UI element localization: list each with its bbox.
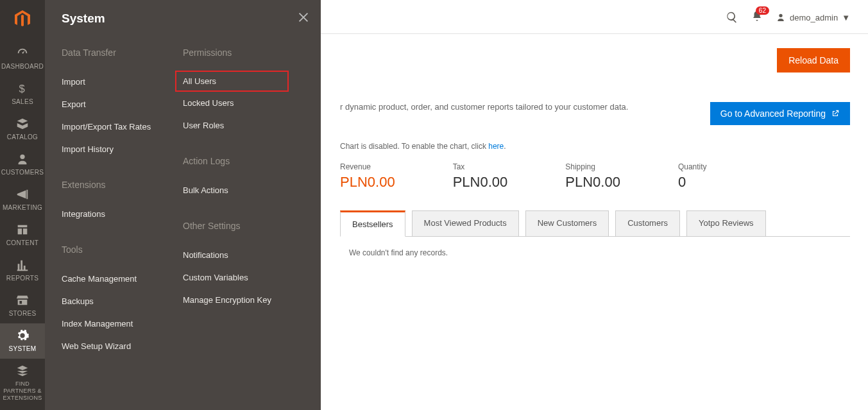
tab-customers[interactable]: Customers [615,210,680,237]
dashboard-tabs: Bestsellers Most Viewed Products New Cus… [340,210,850,237]
tab-new-customers[interactable]: New Customers [525,210,609,237]
nav-dashboard[interactable]: DASHBOARD [0,41,45,76]
submenu-col-2: Permissions All Users Locked Users User … [183,45,304,357]
nav-partners[interactable]: FIND PARTNERS & EXTENSIONS [0,359,45,408]
link-web-setup[interactable]: Web Setup Wizard [62,335,183,357]
external-link-icon [831,109,840,118]
metric-tax: TaxPLN0.00 [453,162,508,191]
nav-system[interactable]: SYSTEM [0,323,45,359]
group-other-settings: Other Settings [183,221,304,231]
reload-data-button[interactable]: Reload Data [777,48,850,73]
tab-yotpo[interactable]: Yotpo Reviews [686,210,766,237]
account-username: demo_admin [790,13,838,22]
link-import-history[interactable]: Import History [62,138,183,160]
search-icon[interactable] [726,11,738,24]
link-all-users[interactable]: All Users [175,71,289,92]
nav-customers[interactable]: CUSTOMERS [0,147,45,182]
notifications-button[interactable]: 62 [751,10,763,24]
chart-disabled-note: Chart is disabled. To enable the chart, … [340,142,850,151]
link-locked-users[interactable]: Locked Users [183,92,304,114]
link-user-roles[interactable]: User Roles [183,114,304,137]
group-action-logs: Action Logs [183,156,304,166]
metric-quantity: Quantity0 [678,162,707,191]
notification-badge: 62 [756,6,769,15]
metrics-row: RevenuePLN0.00 TaxPLN0.00 ShippingPLN0.0… [340,162,850,191]
nav-reports[interactable]: REPORTS [0,253,45,288]
nav-catalog[interactable]: CATALOG [0,112,45,147]
tab-bestsellers[interactable]: Bestsellers [340,210,405,237]
nav-marketing[interactable]: MARKETING [0,182,45,218]
link-integrations[interactable]: Integrations [62,203,183,225]
submenu-title: System [62,12,304,26]
account-menu[interactable]: demo_admin ▼ [776,12,850,22]
nav-stores[interactable]: STORES [0,288,45,323]
group-data-transfer: Data Transfer [62,47,183,58]
enable-chart-link[interactable]: here [488,142,504,151]
link-cache[interactable]: Cache Management [62,268,183,290]
link-import[interactable]: Import [62,71,183,93]
group-permissions: Permissions [183,47,304,58]
advanced-reporting-button[interactable]: Go to Advanced Reporting [710,102,850,125]
user-icon [776,12,786,22]
group-tools: Tools [62,244,183,255]
link-bulk-actions[interactable]: Bulk Actions [183,179,304,201]
link-custom-variables[interactable]: Custom Variables [183,266,304,289]
system-submenu: System Data Transfer Import Export Impor… [45,0,321,410]
tab-most-viewed[interactable]: Most Viewed Products [412,210,519,237]
nav-sales[interactable]: $SALES [0,76,45,112]
link-notifications[interactable]: Notifications [183,244,304,266]
group-extensions: Extensions [62,180,183,190]
link-backups[interactable]: Backups [62,290,183,312]
submenu-col-1: Data Transfer Import Export Import/Expor… [62,45,183,357]
link-export[interactable]: Export [62,93,183,115]
chevron-down-icon: ▼ [842,13,850,22]
link-index-mgmt[interactable]: Index Management [62,312,183,335]
svg-text:$: $ [19,83,25,94]
advanced-reporting-label: Go to Advanced Reporting [720,108,826,119]
metric-shipping: ShippingPLN0.00 [565,162,620,191]
link-import-export-tax[interactable]: Import/Export Tax Rates [62,115,183,138]
nav-content[interactable]: CONTENT [0,218,45,253]
close-icon[interactable] [296,10,311,24]
link-encryption-key[interactable]: Manage Encryption Key [183,289,304,311]
metric-revenue: RevenuePLN0.00 [340,162,395,191]
empty-records-message: We couldn't find any records. [340,237,850,257]
magento-logo-icon [12,9,33,30]
left-navigation: DASHBOARD $SALES CATALOG CUSTOMERS MARKE… [0,0,45,410]
advanced-reporting-description: r dynamic product, order, and customer r… [340,102,628,112]
